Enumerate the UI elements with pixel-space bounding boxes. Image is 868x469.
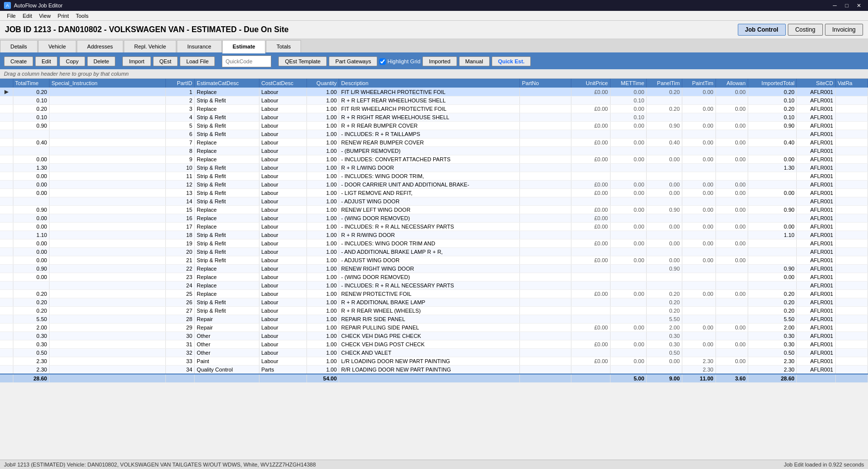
cell-qty: 1.00	[306, 332, 339, 340]
table-row[interactable]: 0.90 22 Replace Labour 1.00 RENEW RIGHT …	[0, 265, 868, 273]
table-row[interactable]: 0.10 2 Strip & Refit Labour 1.00 R + R L…	[0, 96, 868, 105]
row-arrow	[0, 223, 13, 231]
cell-vatr	[835, 155, 868, 164]
table-row[interactable]: 0.00 23 Replace Labour 1.00 - (WING DOOR…	[0, 273, 868, 281]
col-header-desc[interactable]: Description	[339, 79, 520, 88]
col-header-panel[interactable]: PanelTim	[647, 79, 682, 88]
qest-button[interactable]: QEst	[153, 56, 178, 66]
table-row[interactable]: 1.10 18 Strip & Refit Labour 1.00 R + R …	[0, 231, 868, 239]
tab-insurance[interactable]: Insurance	[177, 40, 221, 52]
menu-view[interactable]: View	[36, 12, 54, 19]
table-row[interactable]: 0.20 26 Strip & Refit Labour 1.00 R + R …	[0, 298, 868, 307]
delete-button[interactable]: Delete	[87, 56, 116, 66]
col-header-total[interactable]: SiteCD	[797, 79, 835, 88]
col-header-estimatecat[interactable]: EstimateCatDesc	[195, 79, 259, 88]
table-row[interactable]: 0.00 11 Strip & Refit Labour 1.00 - INCL…	[0, 172, 868, 181]
table-row[interactable]: 5.50 28 Repair Labour 1.00 REPAIR R/R SI…	[0, 315, 868, 324]
col-header-allowan[interactable]: Allowan	[715, 79, 748, 88]
quick-est-button[interactable]: Quick Est.	[492, 56, 531, 66]
table-row[interactable]: 0.50 32 Other Labour 1.00 CHECK AND VALE…	[0, 349, 868, 357]
copy-button[interactable]: Copy	[59, 56, 85, 66]
load-file-button[interactable]: Load File	[180, 56, 215, 66]
imported-button[interactable]: Imported	[422, 56, 457, 66]
costing-button[interactable]: Costing	[788, 24, 823, 36]
table-row[interactable]: 0.90 5 Strip & Refit Labour 1.00 R + R R…	[0, 122, 868, 130]
part-gateways-button[interactable]: Part Gateways	[329, 56, 377, 66]
table-row[interactable]: 0.00 20 Strip & Refit Labour 1.00 - AND …	[0, 248, 868, 256]
table-row[interactable]: 2.00 29 Repair Labour 1.00 REPAIR PULLIN…	[0, 324, 868, 332]
col-header-vatr[interactable]: VatRa	[835, 79, 868, 88]
cell-partid: 30	[165, 332, 195, 340]
col-header-qty[interactable]: Quantity	[306, 79, 339, 88]
cell-met: 0.00	[610, 256, 646, 265]
table-row[interactable]: 0.00 19 Strip & Refit Labour 1.00 - INCL…	[0, 239, 868, 248]
job-control-button[interactable]: Job Control	[738, 24, 786, 36]
manual-button[interactable]: Manual	[459, 56, 490, 66]
create-button[interactable]: Create	[4, 56, 33, 66]
tab-addresses[interactable]: Addresses	[77, 40, 123, 52]
tab-vehicle[interactable]: Vehicle	[38, 40, 76, 52]
import-button[interactable]: Import	[122, 56, 151, 66]
col-header-partno[interactable]: PartNo	[520, 79, 571, 88]
table-row[interactable]: 1.30 10 Strip & Refit Labour 1.00 R + R …	[0, 164, 868, 172]
table-row[interactable]: 0.90 15 Replace Labour 1.00 RENEW LEFT W…	[0, 206, 868, 214]
title-bar-controls: ─ □ ✕	[829, 1, 864, 9]
col-header-totaltime[interactable]: TotalTime	[13, 79, 49, 88]
table-row[interactable]: 24 Replace Labour 1.00 - INCLUDES: R + R…	[0, 281, 868, 290]
col-header-paint[interactable]: PaintTim	[682, 79, 715, 88]
cell-partid: 20	[165, 248, 195, 256]
table-row[interactable]: 0.30 30 Other Labour 1.00 CHECK VEH DIAG…	[0, 332, 868, 340]
col-header-partid[interactable]: PartID	[165, 79, 195, 88]
table-row[interactable]: ▶ 0.20 1 Replace Labour 1.00 FIT L/R WHE…	[0, 88, 868, 96]
col-header-special[interactable]: Special_Instruction	[49, 79, 165, 88]
menu-print[interactable]: Print	[54, 12, 72, 19]
menu-edit[interactable]: Edit	[20, 12, 35, 19]
close-button[interactable]: ✕	[853, 1, 864, 9]
quickcode-input[interactable]	[222, 55, 271, 67]
invoicing-button[interactable]: Invoicing	[825, 24, 863, 36]
col-header-unitprice[interactable]: UnitPrice	[571, 79, 610, 88]
cell-vatr	[835, 172, 868, 181]
table-row[interactable]: 0.20 27 Strip & Refit Labour 1.00 R + R …	[0, 307, 868, 315]
table-row[interactable]: 0.00 16 Replace Labour 1.00 - (WING DOOR…	[0, 214, 868, 223]
tab-totals[interactable]: Totals	[266, 40, 301, 52]
table-row[interactable]: 0.40 7 Replace Labour 1.00 RENEW REAR BU…	[0, 139, 868, 147]
table-row[interactable]: 2.30 34 Quality Control Parts 1.00 R/R L…	[0, 366, 868, 375]
highlight-grid-label[interactable]: Highlight Grid	[379, 58, 420, 65]
table-row[interactable]: 0.00 17 Replace Labour 1.00 - INCLUDES: …	[0, 223, 868, 231]
cell-special	[49, 189, 165, 197]
cell-met: 0.00	[610, 223, 646, 231]
tab-repl-vehicle[interactable]: Repl. Vehicle	[124, 40, 176, 52]
table-row[interactable]: 0.00 21 Strip & Refit Labour 1.00 - ADJU…	[0, 256, 868, 265]
table-row[interactable]: 2.30 33 Paint Labour 1.00 L/R LOADING DO…	[0, 357, 868, 366]
table-row[interactable]: 6 Strip & Refit Labour 1.00 - INCLUDES: …	[0, 130, 868, 139]
table-container[interactable]: TotalTime Special_Instruction PartID Est…	[0, 79, 868, 434]
col-header-met[interactable]: METTime	[610, 79, 646, 88]
row-arrow	[0, 298, 13, 307]
minimize-button[interactable]: ─	[829, 1, 840, 9]
menu-tools[interactable]: Tools	[73, 12, 92, 19]
cell-sitecd: AFLR001	[797, 256, 835, 265]
table-row[interactable]: 8 Replace Labour 1.00 - (BUMPER REMOVED)…	[0, 147, 868, 155]
table-row[interactable]: 0.20 25 Replace Labour 1.00 RENEW PROTEC…	[0, 290, 868, 298]
cell-special	[49, 96, 165, 105]
cell-qty: 1.00	[306, 290, 339, 298]
menu-file[interactable]: File	[4, 12, 19, 19]
tab-details[interactable]: Details	[0, 40, 38, 52]
tab-estimate[interactable]: Estimate	[222, 40, 266, 53]
table-row[interactable]: 0.00 12 Strip & Refit Labour 1.00 - DOOR…	[0, 181, 868, 189]
cell-qty: 1.00	[306, 239, 339, 248]
edit-button[interactable]: Edit	[35, 56, 57, 66]
qest-template-button[interactable]: QEst Template	[278, 56, 327, 66]
highlight-grid-checkbox[interactable]	[379, 58, 386, 65]
table-row[interactable]: 0.00 13 Strip & Refit Labour 1.00 - LIGT…	[0, 189, 868, 197]
table-row[interactable]: 0.10 4 Strip & Refit Labour 1.00 R + R R…	[0, 113, 868, 122]
col-header-costcat[interactable]: CostCatDesc	[259, 79, 306, 88]
table-row[interactable]: 0.00 9 Replace Labour 1.00 - INCLUDES: C…	[0, 155, 868, 164]
table-row[interactable]: 14 Strip & Refit Labour 1.00 - ADJUST WI…	[0, 197, 868, 206]
table-row[interactable]: 0.20 3 Replace Labour 1.00 FIT R/R WHEEL…	[0, 105, 868, 113]
restore-button[interactable]: □	[841, 1, 852, 9]
col-header-imported[interactable]: ImportedTotal	[748, 79, 797, 88]
cell-qty: 1.00	[306, 113, 339, 122]
table-row[interactable]: 0.30 31 Other Labour 1.00 CHECK VEH DIAG…	[0, 340, 868, 349]
